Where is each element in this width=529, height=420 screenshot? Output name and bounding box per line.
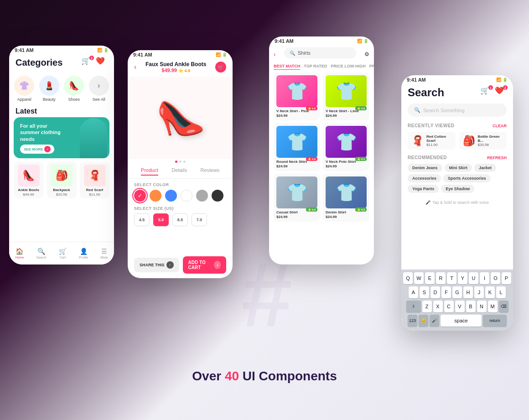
size-5-0[interactable]: 5.0 (153, 213, 169, 226)
key-w[interactable]: W (414, 272, 424, 284)
key-a[interactable]: A (409, 286, 418, 298)
back-button-2[interactable]: ‹ (134, 63, 136, 71)
key-shift[interactable]: ⇧ (406, 301, 421, 312)
key-d[interactable]: D (430, 286, 440, 298)
tab-reviews[interactable]: Reviews (201, 167, 220, 176)
cat-label-apparel: Apparel (17, 97, 31, 102)
back-button-3[interactable]: ‹ (274, 51, 276, 58)
swatch-gray[interactable] (196, 190, 208, 202)
key-h[interactable]: H (463, 286, 473, 298)
search-input-bar-4[interactable]: 🔍 Search Something (408, 104, 507, 117)
key-y[interactable]: Y (458, 272, 467, 284)
key-123[interactable]: 123 (408, 315, 417, 327)
swatch-dark[interactable] (212, 190, 223, 202)
grid-product-3[interactable]: 👕 Round Neck Shirt $24.99 ⭐ 4.5 (274, 123, 320, 171)
search-bar-3[interactable]: 🔍 Shirts (284, 47, 356, 58)
filter-best-match[interactable]: BEST MATCH (274, 64, 300, 70)
heart-icon-1[interactable]: ❤️ (96, 57, 108, 68)
product-ankle-boots[interactable]: 👠 Ankle Boots $49.99 (14, 162, 43, 198)
cart-icon-4[interactable]: 🛒1 (480, 86, 492, 98)
nav-cart[interactable]: 🛒 Cart (59, 248, 67, 259)
status-icons-3: 📶 🔋 (357, 39, 368, 43)
key-n[interactable]: N (477, 301, 487, 312)
add-to-cart-button[interactable]: ADD TO CART › (183, 256, 226, 274)
nav-search[interactable]: 🔍 Search (36, 248, 47, 259)
key-j[interactable]: J (474, 286, 484, 298)
size-6-5[interactable]: 6.5 (172, 213, 188, 226)
swatch-blue[interactable] (165, 190, 177, 202)
tab-product[interactable]: Product (141, 167, 158, 176)
grid-product-5[interactable]: 👕 Casual Shirt $24.99 ⭐ 4.2 (274, 174, 320, 222)
latest-banner[interactable]: For all your summer clothing needs SEE M… (14, 117, 109, 158)
key-emoji[interactable]: 😊 (419, 315, 428, 327)
filter-top-rated[interactable]: TOP RATED (304, 64, 327, 70)
heart-icon-4[interactable]: ❤️2 (495, 86, 507, 98)
key-k[interactable]: K (485, 286, 495, 298)
nav-more[interactable]: ☰ More (100, 248, 108, 259)
product-price-backpack: $20.58 (56, 192, 67, 197)
cart-btn-header-2[interactable]: 🛒 (215, 62, 226, 73)
key-g[interactable]: G (452, 286, 462, 298)
key-z[interactable]: Z (422, 301, 432, 312)
cat-item-see-all[interactable]: › See All (89, 76, 109, 102)
nav-home[interactable]: 🏠 Home (16, 248, 24, 259)
rv-item-scarf[interactable]: 🧣 Red Cotton Scarf $11.00 (408, 132, 456, 150)
tag-yoga[interactable]: Yoga Pants (408, 185, 439, 193)
swatch-red[interactable]: ✓ (134, 190, 146, 202)
cat-item-shoes[interactable]: 👠 Shoes (64, 76, 84, 102)
tag-mini-skirt[interactable]: Mini Skirt (445, 164, 472, 172)
cat-item-apparel[interactable]: 👚 Apparel (14, 76, 34, 102)
key-b[interactable]: B (466, 301, 476, 312)
key-c[interactable]: C (444, 301, 454, 312)
product-scarf[interactable]: 🧣 Red Scarf $11.00 (80, 162, 109, 198)
tag-jacket[interactable]: Jacket (474, 164, 496, 172)
clear-button[interactable]: CLEAR (493, 124, 507, 128)
dot-2 (179, 161, 182, 163)
rv-price-scarf: $11.00 (426, 143, 452, 147)
key-delete[interactable]: ⌫ (499, 301, 508, 312)
size-4-5[interactable]: 4.5 (134, 213, 150, 226)
grid-product-6[interactable]: 👕 Denim Shirt $24.99 ⭐ 4.3 (323, 174, 369, 222)
rv-item-bag[interactable]: 🎒 Bottle Green B... $20.58 (459, 132, 507, 150)
tab-details[interactable]: Details (171, 167, 187, 176)
key-x[interactable]: X (433, 301, 443, 312)
key-f[interactable]: F (441, 286, 451, 298)
grid-product-1[interactable]: 👕 V Neck Shirt - Pink $24.99 ⭐ 4.5 (274, 73, 320, 120)
key-p[interactable]: P (502, 272, 511, 284)
key-i[interactable]: I (480, 272, 489, 284)
key-space[interactable]: space (441, 315, 482, 327)
share-button[interactable]: SHARE THIS ↑ (134, 258, 179, 272)
nav-profile[interactable]: 👤 Profile (79, 248, 88, 259)
grid-product-4[interactable]: 👕 V Neck Polo Shirt $24.99 ⭐ 4.1 (323, 123, 369, 171)
tag-eye-shadow[interactable]: Eye Shadow (441, 185, 474, 193)
cart-icon-1[interactable]: 🛒2 (81, 57, 93, 68)
product-backpack[interactable]: 🎒 Backpack $20.58 (47, 162, 77, 198)
filter-price-low[interactable]: PRICE LOW-HIGH (331, 64, 365, 70)
size-7-0[interactable]: 7.0 (192, 213, 207, 226)
key-q[interactable]: Q (403, 272, 413, 284)
filter-icon-3[interactable]: ⚙ (364, 51, 369, 57)
key-e[interactable]: E (425, 272, 435, 284)
grid-product-2[interactable]: 👕 V Neck Shirt - Lime $24.99 ⭐ 4.0 (323, 73, 369, 120)
rating-badge-2: ⭐ 4.0 (355, 106, 367, 110)
tag-sports[interactable]: Sports Accessories (443, 174, 491, 182)
cat-item-beauty[interactable]: 💄 Beauty (39, 76, 59, 102)
key-v[interactable]: V (455, 301, 465, 312)
refresh-button[interactable]: REFRESH (487, 156, 507, 160)
key-r[interactable]: R (436, 272, 446, 284)
key-return[interactable]: return (483, 315, 507, 327)
key-t[interactable]: T (447, 272, 456, 284)
key-mic[interactable]: 🎤 (430, 315, 439, 327)
swatch-white[interactable] (181, 190, 192, 202)
key-m[interactable]: M (488, 301, 498, 312)
tag-denim-jeans[interactable]: Denim Jeans (408, 164, 442, 172)
key-l[interactable]: L (496, 286, 506, 298)
filter-price[interactable]: PRICE (369, 64, 374, 70)
key-u[interactable]: U (469, 272, 478, 284)
key-s[interactable]: S (420, 286, 429, 298)
key-o[interactable]: O (491, 272, 500, 284)
see-more-btn[interactable]: SEE MORE › (20, 145, 54, 154)
nav-profile-label: Profile (79, 256, 88, 259)
swatch-orange[interactable] (150, 190, 161, 202)
tag-accessories[interactable]: Accessories (408, 174, 441, 182)
